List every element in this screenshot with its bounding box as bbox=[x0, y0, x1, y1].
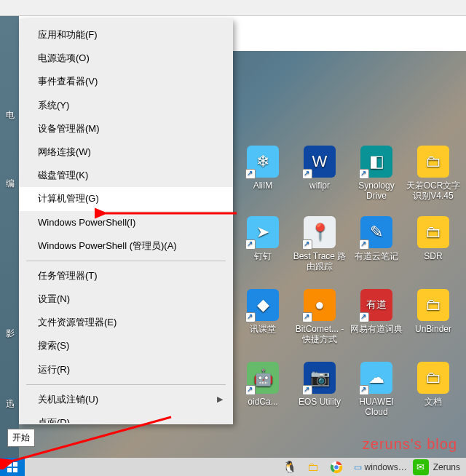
icon-youdao-dict[interactable]: 有道 网易有道词典 bbox=[348, 289, 405, 334]
menu-shutdown-signout[interactable]: 关机或注销(U) ▶ bbox=[19, 388, 233, 411]
taskbar-wechat-label: Zeruns bbox=[433, 462, 466, 472]
taskbar-chrome-icon[interactable] bbox=[326, 459, 347, 475]
icon-tianruo-ocr[interactable]: 🗀 天若OCR文字识别V4.45 bbox=[405, 146, 462, 202]
submenu-arrow-icon: ▶ bbox=[217, 394, 223, 405]
menu-label: 事件查看器(V) bbox=[38, 76, 98, 87]
icon-label: wifipr bbox=[291, 181, 348, 191]
left-label-3: 影 bbox=[6, 328, 15, 340]
taskbar-wechat-icon[interactable]: ✉ bbox=[413, 459, 429, 475]
chrome-icon bbox=[330, 461, 343, 474]
icon-label: SDR bbox=[405, 251, 462, 261]
icon-label: HUAWEI Cloud bbox=[348, 397, 405, 418]
menu-label: 文件资源管理器(E) bbox=[38, 317, 116, 328]
menu-network-connections[interactable]: 网络连接(W) bbox=[19, 140, 233, 164]
menu-label: 电源选项(O) bbox=[38, 52, 90, 63]
left-label-2: 编 bbox=[6, 178, 15, 190]
shortcut-arrow-icon bbox=[245, 385, 256, 395]
icon-youdao-note[interactable]: ✎ 有道云笔记 bbox=[348, 216, 405, 261]
shortcut-arrow-icon bbox=[359, 239, 369, 250]
icon-eos-utility[interactable]: 📷 EOS Utility bbox=[291, 362, 348, 407]
tencent-class-icon: ◆ bbox=[247, 289, 279, 321]
synology-icon: ◧ bbox=[360, 146, 392, 178]
icon-tencent-class[interactable]: ◆ 讯课堂 bbox=[234, 289, 291, 334]
menu-power-options[interactable]: 电源选项(O) bbox=[19, 47, 233, 70]
folder-icon: 🗀 bbox=[417, 289, 449, 321]
menu-label: Windows PowerShell (管理员)(A) bbox=[38, 240, 177, 251]
start-tooltip: 开始 bbox=[7, 429, 35, 447]
menu-desktop[interactable]: 桌面(D) bbox=[19, 411, 233, 423]
menu-label: 任务管理器(T) bbox=[38, 270, 98, 281]
icon-dingtalk[interactable]: ➤ 钉钉 bbox=[234, 216, 291, 261]
icon-best-trace[interactable]: 📍 Best Trace 路由跟踪 bbox=[291, 216, 348, 272]
desktop-icons-area: ❄ AliIM W wifipr ◧ Synology Drive 🗀 天若OC… bbox=[233, 143, 466, 458]
menu-powershell-admin[interactable]: Windows PowerShell (管理员)(A) bbox=[19, 234, 233, 258]
menu-system[interactable]: 系统(Y) bbox=[19, 94, 233, 117]
icon-label: EOS Utility bbox=[291, 397, 348, 407]
android-icon: 🤖 bbox=[247, 362, 279, 394]
camera-icon: 📷 bbox=[304, 362, 336, 394]
icon-aliim[interactable]: ❄ AliIM bbox=[234, 146, 291, 191]
icon-synology-drive[interactable]: ◧ Synology Drive bbox=[348, 146, 405, 202]
menu-apps-features[interactable]: 应用和功能(F) bbox=[19, 23, 233, 47]
taskbar-qq-icon[interactable]: 🐧 bbox=[280, 459, 300, 475]
start-button[interactable] bbox=[0, 458, 25, 476]
menu-label: Windows PowerShell(I) bbox=[38, 217, 135, 228]
menu-disk-management[interactable]: 磁盘管理(K) bbox=[19, 164, 233, 187]
youdao-note-icon: ✎ bbox=[360, 216, 392, 248]
menu-run[interactable]: 运行(R) bbox=[19, 358, 233, 381]
icon-unbinder[interactable]: 🗀 UnBinder bbox=[405, 289, 462, 334]
icon-label: UnBinder bbox=[405, 324, 462, 334]
icon-label: 天若OCR文字识别V4.45 bbox=[405, 181, 462, 202]
shortcut-arrow-icon bbox=[302, 169, 312, 179]
menu-device-manager[interactable]: 设备管理器(M) bbox=[19, 117, 233, 140]
menu-label: 运行(R) bbox=[38, 364, 70, 375]
icon-sdr[interactable]: 🗀 SDR bbox=[405, 216, 462, 261]
taskbar[interactable]: 🐧 🗀 ▭ windows… ✉ Zeruns bbox=[0, 458, 466, 476]
besttrace-icon: 📍 bbox=[304, 216, 336, 248]
menu-computer-management[interactable]: 计算机管理(G) bbox=[19, 187, 233, 210]
shortcut-arrow-icon bbox=[245, 312, 256, 322]
icon-label: oidCa... bbox=[234, 397, 291, 407]
svg-rect-7 bbox=[13, 468, 17, 472]
taskbar-window-title: windows… bbox=[365, 462, 407, 472]
icon-label: 网易有道词典 bbox=[348, 324, 405, 334]
youdao-dict-icon: 有道 bbox=[360, 289, 392, 321]
browser-top-strip bbox=[0, 0, 466, 16]
icon-label: AliIM bbox=[234, 181, 291, 191]
icon-huawei-cloud[interactable]: ☁ HUAWEI Cloud bbox=[348, 362, 405, 418]
menu-label: 设备管理器(M) bbox=[38, 123, 100, 134]
icon-label: 文档 bbox=[405, 397, 462, 407]
folder-icon: 🗀 bbox=[417, 216, 449, 248]
menu-label: 计算机管理(G) bbox=[38, 193, 99, 204]
icon-androidca[interactable]: 🤖 oidCa... bbox=[234, 362, 291, 407]
icon-label: 钉钉 bbox=[234, 251, 291, 261]
icon-label: 讯课堂 bbox=[234, 324, 291, 334]
icon-label: Synology Drive bbox=[348, 181, 405, 202]
menu-powershell[interactable]: Windows PowerShell(I) bbox=[19, 211, 233, 234]
menu-event-viewer[interactable]: 事件查看器(V) bbox=[19, 70, 233, 93]
windows-logo-icon bbox=[7, 462, 17, 472]
menu-label: 网络连接(W) bbox=[38, 146, 91, 157]
taskbar-window-button[interactable]: ▭ windows… bbox=[348, 458, 413, 476]
aliim-icon: ❄ bbox=[247, 146, 279, 178]
menu-search[interactable]: 搜索(S) bbox=[19, 334, 233, 357]
watermark-text: zeruns's blog bbox=[363, 436, 457, 453]
menu-file-explorer[interactable]: 文件资源管理器(E) bbox=[19, 311, 233, 334]
menu-label: 桌面(D) bbox=[38, 417, 70, 423]
left-label-1: 电 bbox=[6, 109, 15, 122]
menu-settings[interactable]: 设置(N) bbox=[19, 287, 233, 311]
dingtalk-icon: ➤ bbox=[247, 216, 279, 248]
wifi-icon: W bbox=[304, 146, 336, 178]
bitcomet-icon: ● bbox=[304, 289, 336, 321]
icon-bitcomet[interactable]: ● BitComet... - 快捷方式 bbox=[291, 289, 348, 345]
taskbar-explorer-icon[interactable]: 🗀 bbox=[303, 459, 323, 475]
icon-label: BitComet... - 快捷方式 bbox=[291, 324, 348, 345]
menu-label: 关机或注销(U) bbox=[38, 394, 98, 405]
menu-task-manager[interactable]: 任务管理器(T) bbox=[19, 264, 233, 287]
winx-context-menu: 应用和功能(F) 电源选项(O) 事件查看器(V) 系统(Y) 设备管理器(M)… bbox=[19, 19, 233, 424]
desktop-left-column: 电 编 影 迅 bbox=[0, 16, 19, 458]
icon-documents[interactable]: 🗀 文档 bbox=[405, 362, 462, 407]
svg-rect-4 bbox=[7, 462, 12, 467]
window-icon: ▭ bbox=[354, 462, 362, 472]
icon-wifipr[interactable]: W wifipr bbox=[291, 146, 348, 191]
